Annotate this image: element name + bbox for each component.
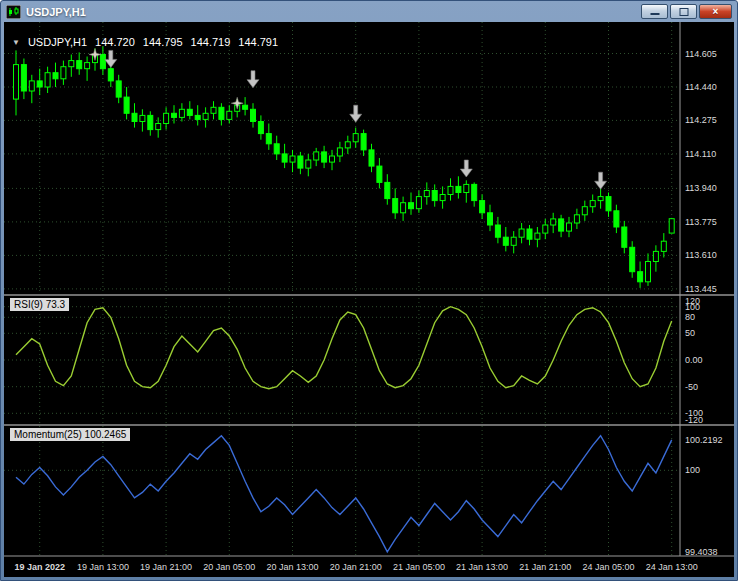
candle (519, 223, 524, 243)
sell-arrow-icon (247, 71, 259, 88)
sell-arrow-icon (105, 50, 117, 67)
candle (661, 233, 666, 257)
candle (337, 142, 342, 162)
rsi-indicator-label[interactable]: RSI(9) 73.3 (10, 298, 69, 311)
candle (69, 55, 74, 77)
chart-canvas[interactable]: 114.605114.440114.275114.110113.940113.7… (4, 22, 734, 577)
candle (306, 154, 311, 176)
candle (195, 105, 200, 125)
open-value: 144.720 (95, 36, 135, 48)
signal-star-icon (89, 49, 101, 61)
candle (353, 128, 358, 148)
candle (361, 130, 366, 156)
maximize-icon (679, 8, 688, 16)
candle (21, 59, 26, 100)
candle (432, 184, 437, 206)
minimize-button[interactable] (641, 4, 668, 19)
candle (559, 215, 564, 237)
candle (85, 57, 90, 81)
candle (503, 227, 508, 251)
candle (100, 46, 105, 74)
sell-arrow-icon (350, 105, 362, 122)
signal-star-icon (231, 97, 243, 109)
close-icon: × (713, 5, 719, 18)
candle (330, 150, 335, 170)
low-value: 144.719 (191, 36, 231, 48)
candle (377, 158, 382, 188)
candle (211, 101, 216, 119)
symbol-period-label: USDJPY,H1 (28, 36, 87, 48)
panel-separator[interactable] (4, 424, 734, 426)
symbol-dropdown-icon[interactable]: ▼ (12, 38, 20, 47)
candle (440, 186, 445, 208)
candle (14, 50, 19, 115)
candle (29, 75, 34, 103)
candle (219, 103, 224, 125)
candle (574, 209, 579, 229)
candle (480, 195, 485, 219)
rsi-line (16, 307, 672, 389)
candle (606, 193, 611, 217)
candle (282, 144, 287, 168)
candle (124, 87, 129, 119)
candle (37, 69, 42, 95)
candle (345, 136, 350, 154)
candle (179, 103, 184, 121)
candle (203, 107, 208, 127)
high-value: 144.795 (143, 36, 183, 48)
price-scale[interactable] (680, 22, 734, 556)
close-button[interactable]: × (699, 4, 732, 19)
candle (290, 150, 295, 172)
candle (369, 144, 374, 172)
candle (582, 201, 587, 221)
minimize-icon (650, 13, 659, 15)
candle (527, 225, 532, 245)
candle (543, 219, 548, 239)
close-value: 144.791 (238, 36, 278, 48)
candle (488, 205, 493, 231)
candle (614, 205, 619, 233)
candle (61, 61, 66, 85)
candle (164, 107, 169, 129)
candle (598, 188, 603, 208)
candle (622, 221, 627, 254)
sell-arrow-icon (460, 160, 472, 177)
time-scale[interactable] (4, 556, 734, 577)
candle (409, 193, 414, 215)
chart-area[interactable]: 114.605114.440114.275114.110113.940113.7… (4, 22, 734, 577)
candle (393, 188, 398, 219)
candle (653, 245, 658, 271)
sell-arrow-icon (595, 172, 607, 189)
maximize-button[interactable] (670, 4, 697, 19)
candle (472, 182, 477, 206)
candle (258, 115, 263, 139)
momentum-line (16, 436, 672, 552)
candle (314, 148, 319, 166)
candle (298, 152, 303, 174)
candle (401, 197, 406, 221)
candle (243, 97, 248, 115)
candle (551, 213, 556, 233)
candle (116, 75, 121, 103)
panel-separator[interactable] (4, 294, 734, 296)
candle (45, 67, 50, 93)
candle (385, 174, 390, 205)
candle (638, 262, 643, 288)
candle (448, 178, 453, 200)
candle (148, 111, 153, 135)
title-bar[interactable]: USDJPY,H1 × (4, 1, 734, 22)
candle (132, 103, 137, 127)
candle (266, 124, 271, 150)
candle (535, 227, 540, 247)
candle (567, 217, 572, 237)
app-icon (6, 5, 21, 19)
candle (77, 52, 82, 74)
candle (646, 253, 651, 286)
candle (251, 103, 256, 127)
candle (495, 217, 500, 243)
candle (464, 180, 469, 202)
candle (424, 182, 429, 204)
momentum-indicator-label[interactable]: Momentum(25) 100.2465 (10, 428, 130, 441)
symbol-ohlc-header[interactable]: ▼ USDJPY,H1 144.720 144.795 144.719 144.… (12, 36, 278, 48)
candle (511, 231, 516, 253)
